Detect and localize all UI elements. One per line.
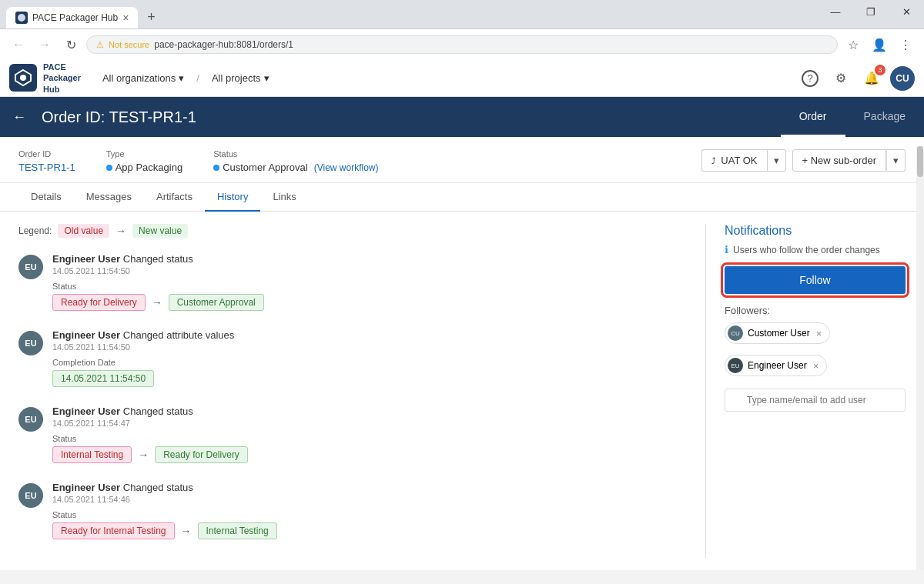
legend-new-value: New value xyxy=(132,224,188,238)
project-selector[interactable]: All projects ▾ xyxy=(206,69,276,87)
uat-ok-dropdown-btn[interactable]: ▾ xyxy=(767,149,786,172)
entry-header: Engineer User Changed status xyxy=(52,253,687,265)
page-tabs: Order Package xyxy=(781,97,924,137)
change-arrow: → xyxy=(181,525,192,537)
tab-messages[interactable]: Messages xyxy=(74,183,144,212)
profile-btn[interactable]: 👤 xyxy=(869,34,890,55)
reload-btn[interactable]: ↻ xyxy=(60,34,82,55)
app-header: PACE Packager Hub All organizations ▾ / … xyxy=(0,60,924,97)
svg-point-0 xyxy=(18,14,25,22)
entry-time: 14.05.2021 11:54:50 xyxy=(52,342,687,352)
tab-history[interactable]: History xyxy=(205,183,260,212)
avatar[interactable]: CU xyxy=(890,66,915,91)
tab-title: PACE Packager Hub xyxy=(32,12,118,23)
avatar: EU xyxy=(18,483,43,508)
type-dot xyxy=(106,165,112,171)
legend-old-value: Old value xyxy=(58,224,109,238)
status-change: Ready for Internal Testing → Internal Te… xyxy=(52,522,687,539)
old-status-tag: Internal Testing xyxy=(52,446,132,463)
meta-type: Type App Packaging xyxy=(106,149,182,173)
status-change: Internal Testing → Ready for Delivery xyxy=(52,446,687,463)
uat-ok-btn-group: ⤴ UAT OK ▾ xyxy=(701,149,785,172)
org-selector[interactable]: All organizations ▾ xyxy=(96,69,190,87)
page-header: ← Order ID: TEST-PR1-1 Order Package xyxy=(0,97,924,137)
follower-chip: EU Engineer User × xyxy=(725,355,827,376)
notifications-title: Notifications xyxy=(725,224,906,238)
page-title: Order ID: TEST-PR1-1 xyxy=(38,108,781,126)
info-icon: ℹ xyxy=(725,244,728,255)
bookmark-btn[interactable]: ☆ xyxy=(842,34,864,55)
menu-btn[interactable]: ⋮ xyxy=(895,34,916,55)
old-status-tag: Ready for Internal Testing xyxy=(52,522,175,539)
remove-follower-btn[interactable]: × xyxy=(816,328,822,339)
notifications-btn[interactable]: 🔔 3 xyxy=(859,66,884,91)
new-tab-btn[interactable]: + xyxy=(141,6,162,28)
new-status-tag: Customer Approval xyxy=(169,294,264,311)
lock-icon: ⚠ xyxy=(96,40,104,50)
follower-chip: CU Customer User × xyxy=(725,322,830,344)
uat-icon: ⤴ xyxy=(711,156,716,165)
meta-order-id: Order ID TEST-PR1-1 xyxy=(18,149,75,173)
status-change: Ready for Delivery → Customer Approval xyxy=(52,294,687,311)
svg-point-2 xyxy=(20,75,26,81)
entry-time: 14.05.2021 11:54:47 xyxy=(52,419,687,428)
content-tabs: Details Messages Artifacts History Links xyxy=(0,183,924,212)
uat-ok-main-btn[interactable]: ⤴ UAT OK xyxy=(701,149,766,172)
history-entry: EU Engineer User Changed attribute value… xyxy=(18,329,687,387)
notifications-subtitle: ℹ Users who follow the order changes xyxy=(725,244,906,255)
tab-order[interactable]: Order xyxy=(781,97,845,137)
settings-btn[interactable]: ⚙ xyxy=(829,66,853,91)
avatar: EU xyxy=(18,255,43,279)
tab-links[interactable]: Links xyxy=(260,183,308,212)
separator: / xyxy=(196,72,199,84)
legend-label: Legend: xyxy=(18,225,52,236)
url-text: pace-packager-hub:8081/orders/1 xyxy=(154,39,293,50)
tab-package[interactable]: Package xyxy=(845,97,924,137)
notifications-badge: 3 xyxy=(875,65,886,75)
forward-nav-btn[interactable]: → xyxy=(34,34,55,55)
close-btn[interactable]: ✕ xyxy=(889,0,924,23)
maximize-btn[interactable]: ❐ xyxy=(853,0,889,23)
change-arrow: → xyxy=(138,449,149,461)
browser-tab[interactable]: PACE Packager Hub × xyxy=(6,7,138,28)
new-status-tag: Internal Testing xyxy=(198,522,277,539)
avatar: EU xyxy=(18,407,43,432)
follow-btn[interactable]: Follow xyxy=(725,266,906,294)
add-user-wrap: 🔍 xyxy=(725,389,906,412)
view-workflow-link[interactable]: (View workflow) xyxy=(314,162,379,173)
tab-details[interactable]: Details xyxy=(18,183,74,212)
help-btn[interactable]: ? xyxy=(798,66,822,91)
history-entry: EU Engineer User Changed status 14.05.20… xyxy=(18,405,687,463)
tab-artifacts[interactable]: Artifacts xyxy=(144,183,205,212)
follower-name: Engineer User xyxy=(748,360,807,371)
avatar: EU xyxy=(18,331,43,355)
logo-text: PACE Packager Hub xyxy=(43,62,81,95)
entry-header: Engineer User Changed attribute values xyxy=(52,329,687,341)
tab-close-btn[interactable]: × xyxy=(122,12,129,24)
follower-name: Customer User xyxy=(748,328,810,339)
back-btn[interactable]: ← xyxy=(0,97,38,137)
history-area: Legend: Old value → New value EU Enginee… xyxy=(0,212,924,570)
app-logo: PACE Packager Hub xyxy=(9,62,81,95)
entry-time: 14.05.2021 11:54:50 xyxy=(52,266,687,275)
main-content: Order ID TEST-PR1-1 Type App Packaging S… xyxy=(0,137,924,570)
back-nav-btn[interactable]: ← xyxy=(8,34,29,55)
history-main: Legend: Old value → New value EU Enginee… xyxy=(18,224,705,558)
minimize-btn[interactable]: — xyxy=(818,0,853,23)
entry-content: Engineer User Changed attribute values 1… xyxy=(52,329,687,387)
status-dot xyxy=(213,165,219,171)
new-suborder-main-btn[interactable]: + New sub-order xyxy=(792,149,886,172)
add-user-input[interactable] xyxy=(725,389,906,412)
chevron-down-icon: ▾ xyxy=(264,72,270,84)
entry-field-label: Status xyxy=(52,434,687,443)
follower-avatar: EU xyxy=(728,358,743,373)
address-bar[interactable]: ⚠ Not secure pace-packager-hub:8081/orde… xyxy=(86,35,838,54)
meta-actions: ⤴ UAT OK ▾ + New sub-order ▾ xyxy=(701,149,906,172)
new-status-tag: Ready for Delivery xyxy=(155,446,248,463)
remove-follower-btn[interactable]: × xyxy=(813,360,819,372)
new-suborder-dropdown-btn[interactable]: ▾ xyxy=(886,149,906,172)
legend: Legend: Old value → New value xyxy=(18,224,687,238)
scrollbar-thumb[interactable] xyxy=(917,146,923,177)
entry-field-label: Completion Date xyxy=(52,358,687,367)
entry-content: Engineer User Changed status 14.05.2021 … xyxy=(52,482,687,539)
